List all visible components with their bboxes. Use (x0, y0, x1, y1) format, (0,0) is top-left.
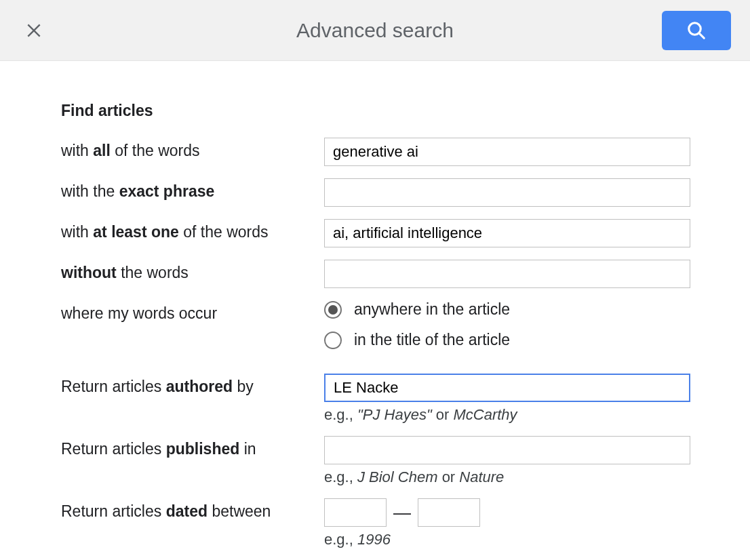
input-date-from[interactable] (324, 498, 387, 527)
label-where-occur: where my words occur (61, 300, 324, 323)
search-button[interactable] (662, 11, 731, 50)
radio-in-title[interactable]: in the title of the article (324, 331, 703, 349)
input-all-words[interactable] (324, 138, 690, 166)
svg-line-1 (699, 33, 705, 38)
label-at-least-one: with at least one of the words (61, 219, 324, 241)
input-without-words[interactable] (324, 260, 690, 288)
form-body: Find articles with all of the words with… (0, 61, 750, 560)
label-published-in: Return articles published in (61, 436, 324, 458)
input-exact-phrase[interactable] (324, 178, 690, 207)
date-dash: — (393, 502, 411, 523)
hint-published: e.g., J Biol Chem or Nature (324, 468, 703, 486)
page-title: Advanced search (296, 19, 454, 42)
label-dated-between: Return articles dated between (61, 498, 324, 521)
radio-icon (324, 332, 342, 349)
radio-anywhere[interactable]: anywhere in the article (324, 300, 703, 319)
hint-authored: e.g., "PJ Hayes" or McCarthy (324, 406, 703, 424)
header: Advanced search (0, 0, 750, 61)
input-published-in[interactable] (324, 436, 690, 464)
hint-dated: e.g., 1996 (324, 531, 703, 548)
label-without-words: without the words (61, 260, 324, 282)
close-icon (25, 22, 43, 39)
close-button[interactable] (19, 16, 49, 45)
radio-anywhere-label: anywhere in the article (354, 300, 510, 319)
label-authored-by: Return articles authored by (61, 374, 324, 396)
input-at-least-one[interactable] (324, 219, 690, 247)
label-all-words: with all of the words (61, 138, 324, 160)
section-title: Find articles (61, 102, 703, 120)
input-date-to[interactable] (418, 498, 480, 527)
search-icon (686, 20, 707, 41)
radio-icon (324, 301, 342, 319)
label-exact-phrase: with the exact phrase (61, 178, 324, 201)
input-authored-by[interactable] (324, 374, 690, 402)
radio-in-title-label: in the title of the article (354, 331, 510, 349)
